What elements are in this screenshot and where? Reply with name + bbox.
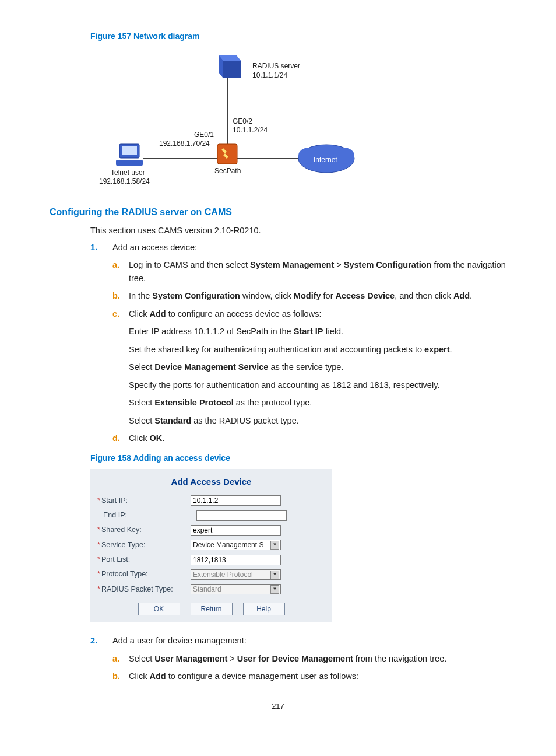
- step-1b-mid3: , and then click: [395, 291, 453, 300]
- step-1: 1. Add an access device: a. Log in to CA…: [90, 241, 506, 445]
- step-1c-line5: Select Extensible Protocol as the protoc…: [129, 396, 506, 409]
- step-1a-mid: >: [334, 260, 344, 270]
- label-end-ip: End IP:: [97, 510, 196, 521]
- step-2: 2. Add a user for device management: a. …: [90, 634, 506, 682]
- step-1c-line4: Specify the ports for authentication and…: [129, 379, 506, 391]
- step-2-marker: 2.: [90, 634, 97, 647]
- step-1b-post: .: [470, 291, 472, 300]
- input-port-list[interactable]: [191, 555, 281, 565]
- input-end-ip[interactable]: [196, 510, 287, 521]
- button-row: OK Return Help: [90, 603, 332, 615]
- step-1d: d. Click OK.: [112, 432, 506, 444]
- input-shared-key[interactable]: [191, 525, 281, 536]
- return-button[interactable]: Return: [191, 603, 233, 615]
- step-1b-marker: b.: [112, 289, 120, 302]
- step-1-marker: 1.: [90, 241, 97, 254]
- step-1b-b2: Modify: [294, 291, 321, 300]
- ge02-label-2: 10.1.1.2/24: [233, 125, 268, 136]
- chevron-down-icon: ▼: [270, 585, 279, 594]
- telnet-user-icon: [116, 144, 143, 166]
- step-1b-mid2: for: [321, 291, 336, 300]
- network-diagram: RADIUS server 10.1.1.1/24 GE0/2 10.1.1.2…: [90, 48, 393, 194]
- internet-label: Internet: [314, 155, 337, 166]
- step-2a: a. Select User Management > User for Dev…: [112, 652, 506, 665]
- select-radius-packet-type[interactable]: Standard ▼: [191, 584, 281, 594]
- svg-rect-12: [116, 160, 143, 166]
- select-protocol-type-value: Extensible Protocol: [193, 569, 253, 580]
- step-1b-b3: Access Device: [336, 291, 395, 300]
- row-port-list: *Port List:: [90, 552, 332, 567]
- step-2b-post: to configure a device management user as…: [166, 671, 358, 681]
- step-1b-pre: In the: [129, 291, 152, 300]
- step-1c-pre: Click: [129, 309, 149, 318]
- svg-rect-6: [217, 144, 237, 164]
- input-start-ip[interactable]: [191, 495, 281, 506]
- row-service-type: *Service Type: Device Management S ▼: [90, 538, 332, 552]
- step-2b-b1: Add: [149, 671, 166, 681]
- step-2a-b2: User for Device Management: [237, 654, 353, 663]
- step-2a-b1: User Management: [154, 654, 227, 663]
- add-access-device-title: Add Access Device: [90, 473, 332, 493]
- step-1a-b2: System Configuration: [344, 260, 432, 270]
- label-start-ip: *Start IP:: [97, 495, 191, 506]
- step-1a-pre: Log in to CAMS and then select: [129, 260, 250, 270]
- step-1c-line1: Enter IP address 10.1.1.2 of SecPath in …: [129, 325, 506, 338]
- step-2-text: Add a user for device management:: [112, 636, 247, 645]
- row-protocol-type: *Protocol Type: Extensible Protocol ▼: [90, 567, 332, 582]
- row-radius-packet-type: *RADIUS Packet Type: Standard ▼: [90, 582, 332, 597]
- intro-text: This section uses CAMS version 2.10-R021…: [90, 224, 506, 237]
- step-2a-post: from the navigation tree.: [353, 654, 446, 663]
- step-1a-b1: System Management: [250, 260, 334, 270]
- ok-button[interactable]: OK: [138, 603, 180, 615]
- step-1b: b. In the System Configuration window, c…: [112, 289, 506, 302]
- step-1d-pre: Click: [129, 433, 149, 443]
- step-2b: b. Click Add to configure a device manag…: [112, 670, 506, 682]
- label-shared-key: *Shared Key:: [97, 524, 191, 536]
- chevron-down-icon: ▼: [270, 541, 279, 550]
- step-2a-pre: Select: [129, 654, 154, 663]
- radius-server-label-2: 10.1.1.1/24: [252, 70, 287, 81]
- step-1-text: Add an access device:: [112, 243, 197, 252]
- step-2b-pre: Click: [129, 671, 149, 681]
- step-1d-b1: OK: [149, 433, 162, 443]
- row-start-ip: *Start IP:: [90, 494, 332, 508]
- step-2b-marker: b.: [112, 670, 120, 682]
- page-number: 217: [50, 701, 506, 712]
- step-1c-b1: Add: [149, 309, 166, 318]
- label-port-list: *Port List:: [97, 554, 191, 565]
- figure-157-caption: Figure 157 Network diagram: [90, 30, 506, 43]
- add-access-device-panel: Add Access Device *Start IP: End IP: *Sh…: [90, 469, 332, 622]
- chevron-down-icon: ▼: [270, 570, 279, 579]
- label-service-type: *Service Type:: [97, 540, 191, 551]
- step-1c: c. Click Add to configure an access devi…: [112, 307, 506, 427]
- label-protocol-type: *Protocol Type:: [97, 569, 191, 580]
- step-1c-line2: Set the shared key for authenticating au…: [129, 343, 506, 356]
- row-shared-key: *Shared Key:: [90, 523, 332, 537]
- step-1b-b4: Add: [453, 291, 470, 300]
- secpath-label: SecPath: [214, 166, 241, 177]
- telnet-label-2: 192.168.1.58/24: [99, 176, 150, 187]
- step-1c-post: to configure an access device as follows…: [166, 309, 322, 318]
- select-radius-packet-type-value: Standard: [193, 584, 221, 595]
- step-2a-mid: >: [227, 654, 237, 663]
- svg-rect-11: [122, 146, 137, 155]
- svg-marker-5: [223, 61, 241, 78]
- secpath-icon: [217, 144, 237, 164]
- step-1b-mid1: window, click: [240, 291, 294, 300]
- help-button[interactable]: Help: [243, 603, 285, 615]
- step-1b-b1: System Configuration: [152, 291, 240, 300]
- step-1c-line6: Select Standard as the RADIUS packet typ…: [129, 414, 506, 427]
- figure-158-caption: Figure 158 Adding an access device: [90, 452, 506, 465]
- select-service-type[interactable]: Device Management S ▼: [191, 540, 281, 550]
- label-radius-packet-type: *RADIUS Packet Type:: [97, 584, 191, 595]
- step-1c-line3: Select Device Management Service as the …: [129, 360, 506, 373]
- step-2a-marker: a.: [112, 652, 119, 665]
- step-1a-marker: a.: [112, 258, 119, 271]
- select-service-type-value: Device Management S: [193, 540, 263, 551]
- step-1a: a. Log in to CAMS and then select System…: [112, 258, 506, 285]
- step-1d-marker: d.: [112, 432, 120, 444]
- select-protocol-type[interactable]: Extensible Protocol ▼: [191, 569, 281, 580]
- ge01-label-2: 192.168.1.70/24: [159, 138, 210, 149]
- section-heading: Configuring the RADIUS server on CAMS: [50, 205, 506, 220]
- step-1c-marker: c.: [112, 307, 119, 320]
